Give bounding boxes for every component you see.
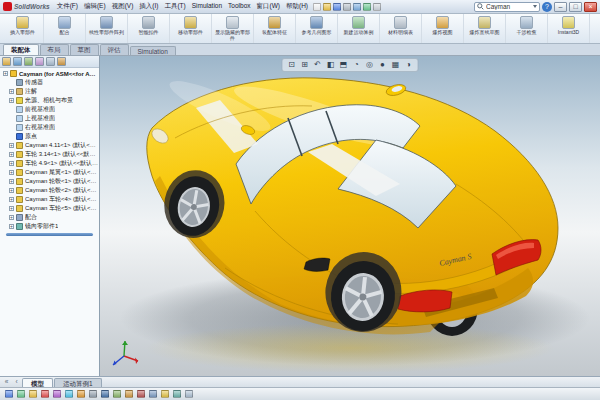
menu-item[interactable]: 工具(T) bbox=[161, 2, 188, 11]
insert-component-button[interactable]: 插入零部件 bbox=[2, 14, 44, 43]
tree-item[interactable]: 配合 bbox=[0, 213, 99, 222]
menu-item[interactable]: Toolbox bbox=[225, 2, 253, 11]
bottom-toolbar-icon[interactable] bbox=[161, 390, 169, 398]
tree-item[interactable]: Cayman 尾翼<1> (默认<<默... bbox=[0, 168, 99, 177]
search-input[interactable]: Cayman bbox=[474, 2, 540, 12]
menu-item[interactable]: 编辑(E) bbox=[81, 2, 109, 11]
save-icon[interactable] bbox=[333, 3, 341, 11]
hide-show-items-icon[interactable]: ◎ bbox=[365, 60, 375, 70]
expander-icon[interactable] bbox=[9, 89, 14, 94]
expander-icon[interactable] bbox=[9, 179, 14, 184]
bom-button[interactable]: 材料明细表 bbox=[380, 14, 422, 43]
instant3d-button[interactable]: Instant3D bbox=[548, 14, 590, 43]
expander-icon[interactable] bbox=[9, 188, 14, 193]
zoom-fit-icon[interactable]: ⊡ bbox=[287, 60, 297, 70]
configurationmanager-tab-icon[interactable] bbox=[24, 57, 33, 66]
motion-tab[interactable]: 运动算例1 bbox=[54, 378, 102, 387]
menu-item[interactable]: Simulation bbox=[189, 2, 225, 11]
rebuild-icon[interactable] bbox=[363, 3, 371, 11]
assembly-features-button[interactable]: 装配体特征 bbox=[254, 14, 296, 43]
tree-item[interactable]: Cayman 轮毂<1> (默认<<默... bbox=[0, 177, 99, 186]
propertymanager-tab-icon[interactable] bbox=[13, 57, 22, 66]
menu-item[interactable]: 视图(V) bbox=[109, 2, 137, 11]
menu-item[interactable]: 文件(F) bbox=[54, 2, 81, 11]
tree-item[interactable]: 镜向零部件1 bbox=[0, 222, 99, 231]
bottom-toolbar-icon[interactable] bbox=[173, 390, 181, 398]
office-tab-icon[interactable] bbox=[57, 57, 66, 66]
command-tab[interactable]: 草图 bbox=[70, 44, 99, 55]
expander-icon[interactable] bbox=[9, 98, 14, 103]
tree-item[interactable]: Cayman 4.11<1> (默认<<默认>... bbox=[0, 141, 99, 150]
expander-icon[interactable] bbox=[9, 206, 14, 211]
bottom-toolbar-icon[interactable] bbox=[41, 390, 49, 398]
menu-item[interactable]: 窗口(W) bbox=[254, 2, 283, 11]
graphics-viewport[interactable]: Cayman S bbox=[100, 56, 600, 376]
command-tab[interactable]: 评估 bbox=[100, 44, 129, 55]
command-tab[interactable]: 布局 bbox=[40, 44, 69, 55]
tree-item[interactable]: 车轮 4.9<1> (默认<<默认>... bbox=[0, 159, 99, 168]
tree-item[interactable]: 传感器 bbox=[0, 78, 99, 87]
expander-icon[interactable] bbox=[9, 215, 14, 220]
zoom-area-icon[interactable]: ⊞ bbox=[300, 60, 310, 70]
command-tab[interactable]: Simulation bbox=[130, 46, 176, 55]
smart-fasteners-button[interactable]: 智能扣件 bbox=[128, 14, 170, 43]
bottom-toolbar-icon[interactable] bbox=[125, 390, 133, 398]
expander-icon[interactable] bbox=[3, 71, 8, 76]
expander-icon[interactable] bbox=[9, 170, 14, 175]
bottom-toolbar-icon[interactable] bbox=[29, 390, 37, 398]
options-icon[interactable] bbox=[373, 3, 381, 11]
tree-item[interactable]: 右视基准面 bbox=[0, 123, 99, 132]
move-component-button[interactable]: 移动零部件 bbox=[170, 14, 212, 43]
print-icon[interactable] bbox=[343, 3, 351, 11]
bottom-toolbar-icon[interactable] bbox=[65, 390, 73, 398]
bottom-toolbar-icon[interactable] bbox=[89, 390, 97, 398]
motion-tab[interactable]: 模型 bbox=[22, 378, 53, 387]
undo-icon[interactable] bbox=[353, 3, 361, 11]
linear-pattern-button[interactable]: 线性零部件阵列 bbox=[86, 14, 128, 43]
exploded-view-button[interactable]: 爆炸视图 bbox=[422, 14, 464, 43]
featuremanager-tab-icon[interactable] bbox=[2, 57, 11, 66]
rollback-bar[interactable] bbox=[6, 233, 93, 236]
section-view-icon[interactable]: ◧ bbox=[326, 60, 336, 70]
explode-sketch-button[interactable]: 爆炸直线草图 bbox=[464, 14, 506, 43]
close-button[interactable]: × bbox=[584, 2, 597, 12]
tree-item[interactable]: 注解 bbox=[0, 87, 99, 96]
bottom-toolbar-icon[interactable] bbox=[53, 390, 61, 398]
maximize-button[interactable]: □ bbox=[569, 2, 582, 12]
new-document-icon[interactable] bbox=[313, 3, 321, 11]
display-style-icon[interactable]: ◔ bbox=[352, 60, 362, 70]
tree-item[interactable]: 上视基准面 bbox=[0, 114, 99, 123]
bottom-toolbar-icon[interactable] bbox=[149, 390, 157, 398]
dimxpert-tab-icon[interactable] bbox=[35, 57, 44, 66]
bottom-toolbar-icon[interactable] bbox=[77, 390, 85, 398]
bottom-toolbar-icon[interactable] bbox=[113, 390, 121, 398]
menu-item[interactable]: 插入(I) bbox=[136, 2, 161, 11]
scroll-left-icon[interactable]: ‹ bbox=[12, 377, 21, 387]
tree-item[interactable]: Cayman 车轮<5> (默认<<默... bbox=[0, 204, 99, 213]
expander-icon[interactable] bbox=[9, 161, 14, 166]
apply-scene-icon[interactable]: ▦ bbox=[391, 60, 401, 70]
reference-geometry-button[interactable]: 参考几何图形 bbox=[296, 14, 338, 43]
minimize-button[interactable]: – bbox=[554, 2, 567, 12]
tree-item[interactable]: 前视基准面 bbox=[0, 105, 99, 114]
edit-appearance-icon[interactable]: ● bbox=[378, 60, 388, 70]
tree-item[interactable]: 光源、相机与布景 bbox=[0, 96, 99, 105]
tree-root-item[interactable]: Cayman (for ASM<<for ASM>_R9... bbox=[0, 69, 99, 78]
previous-view-icon[interactable]: ↶ bbox=[313, 60, 323, 70]
bottom-toolbar-icon[interactable] bbox=[101, 390, 109, 398]
help-button[interactable]: ? bbox=[542, 2, 552, 12]
tree-item[interactable]: 车轮 3.14<1> (默认<<默认>... bbox=[0, 150, 99, 159]
view-orientation-icon[interactable]: ⬒ bbox=[339, 60, 349, 70]
open-icon[interactable] bbox=[323, 3, 331, 11]
command-tab[interactable]: 装配体 bbox=[3, 44, 39, 55]
mate-button[interactable]: 配合 bbox=[44, 14, 86, 43]
bottom-toolbar-icon[interactable] bbox=[137, 390, 145, 398]
expander-icon[interactable] bbox=[9, 197, 14, 202]
bottom-toolbar-icon[interactable] bbox=[185, 390, 193, 398]
motion-study-button[interactable]: 新建运动算例 bbox=[338, 14, 380, 43]
interference-check-button[interactable]: 干涉检查 bbox=[506, 14, 548, 43]
bottom-toolbar-icon[interactable] bbox=[17, 390, 25, 398]
collapse-panel-icon[interactable]: « bbox=[2, 377, 11, 387]
tree-item[interactable]: Cayman 车轮<4> (默认<<默... bbox=[0, 195, 99, 204]
show-hidden-button[interactable]: 显示隐藏的零部件 bbox=[212, 14, 254, 43]
